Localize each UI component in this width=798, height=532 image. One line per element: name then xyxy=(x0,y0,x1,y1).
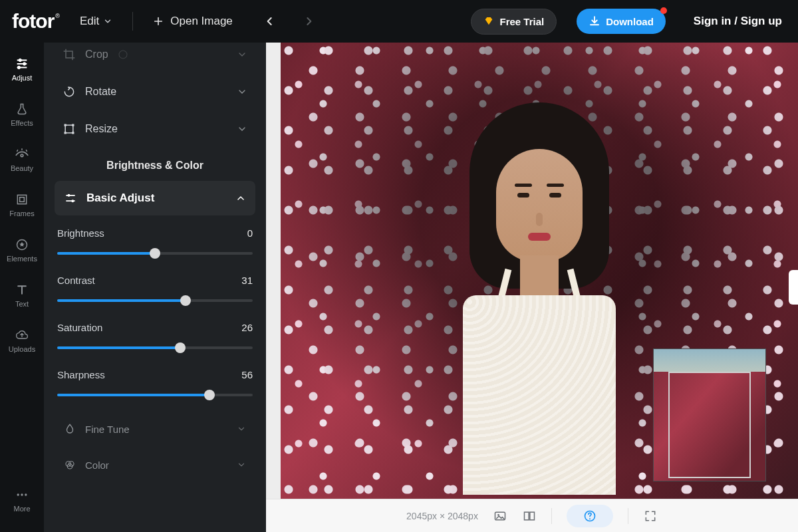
slider-label: Brightness xyxy=(57,227,104,239)
free-trial-button[interactable]: Free Trial xyxy=(471,9,557,35)
slider-value: 0 xyxy=(247,227,253,239)
svg-point-10 xyxy=(119,51,127,59)
logo-trademark-icon: ® xyxy=(55,13,60,19)
canvas-dimensions: 2045px × 2048px xyxy=(406,511,478,521)
download-button[interactable]: Download xyxy=(577,9,666,34)
svg-rect-11 xyxy=(65,125,73,133)
slider-thumb[interactable] xyxy=(180,295,191,306)
image-icon[interactable] xyxy=(493,509,507,523)
basic-adjust-header[interactable]: Basic Adjust xyxy=(55,181,255,215)
edit-menu[interactable]: Edit xyxy=(73,11,119,32)
undo-button[interactable] xyxy=(261,12,279,31)
siderail-item-text[interactable]: Text xyxy=(0,273,44,318)
resize-row[interactable]: Resize xyxy=(55,110,255,148)
slider-thumb[interactable] xyxy=(204,390,215,400)
compare-icon[interactable] xyxy=(522,509,537,523)
svg-rect-23 xyxy=(524,512,529,520)
fine-tune-label: Fine Tune xyxy=(85,424,130,435)
siderail-item-frames[interactable]: Frames xyxy=(0,182,44,227)
redo-button[interactable] xyxy=(299,12,318,31)
adjust-icon xyxy=(64,192,77,205)
fine-tune-row[interactable]: Fine Tune xyxy=(55,411,255,447)
svg-point-26 xyxy=(589,518,591,519)
history-nav xyxy=(261,12,318,31)
slider-value: 31 xyxy=(241,275,253,286)
siderail-item-more[interactable]: More xyxy=(0,477,44,523)
help-button[interactable] xyxy=(567,505,613,527)
open-image-button[interactable]: Open Image xyxy=(146,11,239,32)
svg-rect-24 xyxy=(530,512,535,520)
svg-rect-14 xyxy=(65,132,66,134)
fullscreen-icon[interactable] xyxy=(643,509,658,523)
info-icon xyxy=(118,49,128,60)
notification-dot-icon xyxy=(660,7,667,14)
chevron-down-icon xyxy=(237,460,246,469)
slider-saturation: Saturation26 xyxy=(55,310,255,357)
svg-rect-15 xyxy=(72,132,74,134)
color-label: Color xyxy=(85,460,109,471)
panel-scroll[interactable]: Crop Rotate xyxy=(44,43,266,532)
color-row[interactable]: Color xyxy=(55,447,255,483)
slider-label: Sharpness xyxy=(57,369,105,380)
logo-text: fotor xyxy=(12,10,54,33)
color-icon xyxy=(64,459,76,471)
crop-icon xyxy=(63,48,76,61)
slider-track[interactable] xyxy=(57,295,253,306)
rotate-label: Rotate xyxy=(85,86,116,98)
slider-track[interactable] xyxy=(57,248,253,259)
slider-label: Saturation xyxy=(57,322,102,333)
svg-point-8 xyxy=(21,493,23,495)
slider-track[interactable] xyxy=(57,390,253,400)
basic-adjust-label: Basic Adjust xyxy=(86,192,154,205)
section-title-brightness-color: Brightness & Color xyxy=(55,160,255,172)
sliders-icon xyxy=(15,57,29,71)
slider-thumb[interactable] xyxy=(175,342,186,353)
svg-point-16 xyxy=(68,194,70,197)
slider-value: 26 xyxy=(241,322,253,333)
star-icon xyxy=(15,237,29,252)
resize-label: Resize xyxy=(85,123,118,135)
slider-label: Contrast xyxy=(57,275,95,286)
drop-icon xyxy=(64,423,76,435)
slider-thumb[interactable] xyxy=(150,248,160,259)
chevron-down-icon xyxy=(237,86,247,97)
flask-icon xyxy=(15,102,29,116)
slider-brightness: Brightness0 xyxy=(55,215,255,263)
siderail-item-beauty[interactable]: Beauty xyxy=(0,137,44,182)
slider-track[interactable] xyxy=(57,342,253,353)
open-image-label: Open Image xyxy=(170,15,233,28)
siderail-label: Frames xyxy=(9,209,34,217)
siderail-item-uploads[interactable]: Uploads xyxy=(0,318,44,363)
logo[interactable]: fotor ® xyxy=(12,10,60,33)
svg-point-3 xyxy=(21,154,23,157)
svg-rect-12 xyxy=(65,124,66,126)
svg-point-17 xyxy=(71,200,74,202)
siderail-item-elements[interactable]: Elements xyxy=(0,227,44,273)
minimap[interactable] xyxy=(653,348,766,481)
crop-label: Crop xyxy=(85,49,108,61)
main: Adjust Effects Beauty Frames Elements xyxy=(0,43,798,532)
rotate-icon xyxy=(63,85,76,98)
siderail-label: Uploads xyxy=(9,345,35,353)
siderail-item-effects[interactable]: Effects xyxy=(0,92,44,137)
siderail-label: Effects xyxy=(11,119,33,127)
siderail-label: More xyxy=(13,505,30,513)
svg-point-0 xyxy=(19,59,21,61)
signin-link[interactable]: Sign in / Sign up xyxy=(694,15,782,28)
svg-point-7 xyxy=(17,493,19,495)
crop-row[interactable]: Crop xyxy=(55,43,255,73)
siderail-label: Adjust xyxy=(12,74,33,82)
siderail: Adjust Effects Beauty Frames Elements xyxy=(0,43,44,532)
minimap-viewport[interactable] xyxy=(668,372,751,478)
divider xyxy=(628,508,628,524)
resize-icon xyxy=(63,122,76,136)
chevron-down-icon xyxy=(237,49,247,60)
right-edge-tab[interactable] xyxy=(789,270,798,305)
rotate-row[interactable]: Rotate xyxy=(55,73,255,110)
svg-rect-4 xyxy=(17,195,26,203)
siderail-item-adjust[interactable]: Adjust xyxy=(0,47,44,92)
eye-icon xyxy=(15,147,29,162)
divider xyxy=(132,12,133,31)
svg-rect-13 xyxy=(72,124,74,126)
topbar: fotor ® Edit Open Image Free Trial Downl… xyxy=(0,0,798,43)
